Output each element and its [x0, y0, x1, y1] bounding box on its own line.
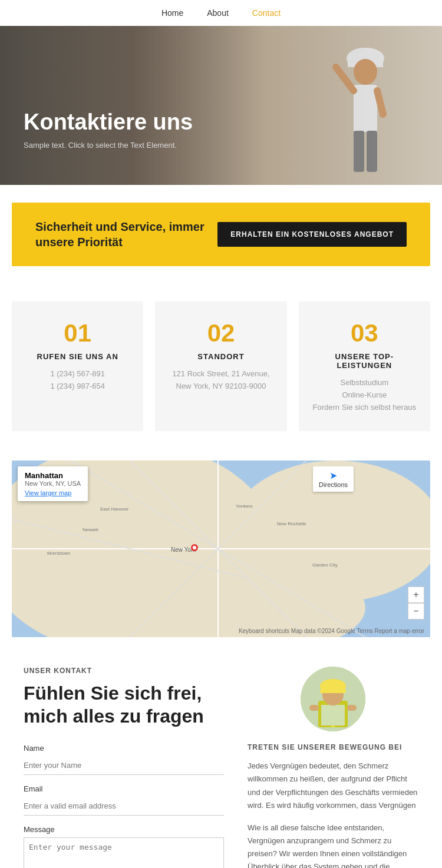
map-container[interactable]: New York Newark New Rochelle Yonkers Eas… [12, 460, 430, 637]
card-detail-3: Selbststudium Online-Kurse Fordern Sie s… [311, 377, 418, 413]
contact-label: UNSER KONTAKT [24, 667, 224, 675]
svg-text:New Rochelle: New Rochelle [277, 521, 306, 526]
map-zoom-in[interactable]: + [408, 587, 424, 603]
contact-heading: Fühlen Sie sich frei, mich alles zu frag… [24, 682, 224, 727]
name-label: Name [24, 744, 224, 753]
worker-avatar-svg [301, 667, 365, 731]
message-textarea[interactable] [24, 837, 224, 868]
info-cards-section: 01 RUFEN SIE UNS AN 1 (234) 567-891 1 (2… [0, 284, 442, 437]
card-number-3: 03 [311, 319, 418, 347]
navigation: Home About Contact [0, 0, 442, 26]
name-input[interactable] [24, 756, 224, 775]
message-label: Message [24, 825, 224, 834]
card-title-3: UNSERE TOP-LEISTUNGEN [311, 352, 418, 370]
card-detail-2: 121 Rock Street, 21 Avenue, New York, NY… [167, 368, 275, 393]
form-message-group: Message [24, 825, 224, 868]
svg-text:Garden City: Garden City [312, 562, 338, 568]
join-label: TRETEN SIE UNSERER BEWEGUNG BEI [248, 743, 418, 751]
svg-text:Morristown: Morristown [47, 551, 70, 556]
email-label: Email [24, 784, 224, 793]
map-zoom-out[interactable]: − [408, 603, 424, 619]
svg-rect-30 [321, 705, 345, 725]
contact-body-2: Wie is all diese falsche Idee entstanden… [248, 821, 418, 868]
nav-contact[interactable]: Contact [252, 8, 281, 18]
form-email-group: Email [24, 784, 224, 816]
contact-form-area: UNSER KONTAKT Fühlen Sie sich frei, mich… [24, 667, 224, 868]
card-title-1: RUFEN SIE UNS AN [24, 352, 131, 361]
svg-rect-33 [320, 689, 346, 693]
banner-text: Sicherheit und Service, immer unsere Pri… [35, 219, 217, 250]
svg-text:Newark: Newark [83, 527, 99, 532]
svg-point-26 [193, 546, 196, 549]
card-title-2: STANDORT [167, 352, 275, 361]
map-credits: Keyboard shortcuts Map data ©2024 Google… [239, 628, 424, 634]
map-directions-label: Directions [319, 481, 348, 488]
card-location: 02 STANDORT 121 Rock Street, 21 Avenue, … [155, 302, 286, 431]
contact-info-area: TRETEN SIE UNSERER BEWEGUNG BEI Jedes Ve… [248, 667, 418, 868]
card-number-2: 02 [167, 319, 275, 347]
hero-content: Kontaktiere uns Sample text. Click to se… [24, 109, 193, 150]
svg-text:Yonkers: Yonkers [236, 503, 253, 509]
promo-banner: Sicherheit und Service, immer unsere Pri… [12, 203, 430, 266]
card-number-1: 01 [24, 319, 131, 347]
map-location-sub: New York, NY, USA [25, 480, 81, 487]
hero-heading: Kontaktiere uns [24, 109, 193, 136]
svg-text:East Hanover: East Hanover [100, 506, 129, 512]
card-detail-1: 1 (234) 567-891 1 (234) 987-654 [24, 368, 131, 393]
card-services: 03 UNSERE TOP-LEISTUNGEN Selbststudium O… [299, 302, 430, 431]
map-view-larger[interactable]: View larger map [25, 489, 81, 496]
email-input[interactable] [24, 797, 224, 816]
map-directions-badge[interactable]: ➤ Directions [313, 466, 354, 492]
map-zoom-controls: + − [408, 587, 424, 619]
nav-about[interactable]: About [207, 8, 229, 18]
form-name-group: Name [24, 744, 224, 775]
worker-avatar [301, 667, 365, 731]
contact-section: UNSER KONTAKT Fühlen Sie sich frei, mich… [0, 637, 442, 868]
hero-overlay [0, 26, 442, 185]
hero-subtext: Sample text. Click to select the Text El… [24, 141, 193, 150]
svg-rect-34 [309, 705, 319, 711]
cards-row: 01 RUFEN SIE UNS AN 1 (234) 567-891 1 (2… [12, 302, 430, 431]
card-phone: 01 RUFEN SIE UNS AN 1 (234) 567-891 1 (2… [12, 302, 143, 431]
nav-home[interactable]: Home [161, 8, 183, 18]
contact-body-1: Jedes Vergnügen bedeutet, den Schmerz wi… [248, 760, 418, 811]
map-popup: Manhattan New York, NY, USA View larger … [18, 466, 88, 501]
map-location-title: Manhattan [25, 471, 81, 480]
svg-rect-35 [347, 705, 357, 711]
cta-button[interactable]: ERHALTEN EIN KOSTENLOSES ANGEBOT [217, 222, 407, 247]
hero-section: Kontaktiere uns Sample text. Click to se… [0, 26, 442, 185]
map-section: New York Newark New Rochelle Yonkers Eas… [12, 460, 430, 637]
